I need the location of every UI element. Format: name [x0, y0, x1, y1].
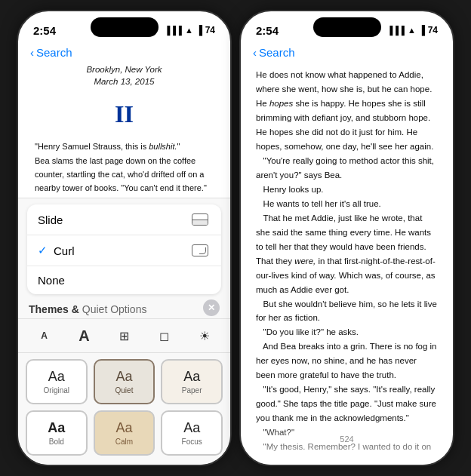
option-none[interactable]: None [27, 266, 221, 294]
curl-label: Curl [54, 244, 189, 257]
font-small-button[interactable]: A [31, 324, 58, 348]
themes-label: Themes & Quiet Options [29, 303, 146, 315]
dynamic-island [91, 17, 159, 37]
theme-grid: Aa Original Aa Quiet Aa Paper Aa Bold Aa [18, 353, 230, 465]
theme-paper[interactable]: Aa Paper [161, 359, 223, 404]
font-large-label: A [78, 327, 89, 345]
theme-paper-label: Paper [182, 386, 202, 395]
none-label: None [38, 274, 211, 287]
settings-icon: ⊞ [119, 329, 129, 343]
theme-focus-aa: Aa [183, 420, 200, 436]
left-phone: 2:54 ▐▐▐ ▲ ▐ 74 ‹ Search Brooklyn, New Y… [17, 10, 232, 466]
status-time-right: 2:54 [256, 24, 279, 37]
theme-bold[interactable]: Aa Bold [26, 410, 88, 456]
theme-bold-aa: Aa [48, 420, 65, 436]
wifi-icon-right: ▲ [408, 26, 416, 35]
battery-icon-right: ▐ 74 [419, 25, 438, 35]
check-icon: ✓ [38, 244, 48, 257]
bottom-panel: Slide ✓ Curl None Themes [18, 198, 230, 465]
theme-original[interactable]: Aa Original [26, 359, 88, 404]
theme-calm-aa: Aa [115, 420, 132, 436]
back-label-right: Search [259, 46, 295, 59]
chevron-left-icon: ‹ [30, 46, 34, 59]
status-icons-right: ▐▐▐ ▲ ▐ 74 [387, 25, 438, 35]
theme-focus-label: Focus [182, 438, 202, 446]
brightness-button[interactable]: ☀ [191, 324, 218, 348]
right-phone: 2:54 ▐▐▐ ▲ ▐ 74 ‹ Search He does not kno… [239, 10, 454, 466]
book-date: March 13, 2015 [35, 75, 214, 88]
back-button-left[interactable]: ‹ Search [30, 46, 72, 59]
theme-quiet[interactable]: Aa Quiet [94, 359, 155, 404]
theme-focus[interactable]: Aa Focus [161, 410, 223, 456]
back-button-right[interactable]: ‹ Search [253, 46, 295, 59]
theme-original-label: Original [44, 386, 69, 395]
theme-bold-label: Bold [49, 438, 64, 446]
theme-quiet-aa: Aa [115, 369, 132, 385]
chevron-left-icon-right: ‹ [253, 46, 257, 59]
page-button[interactable]: ◻ [151, 324, 178, 348]
chapter-number: II [35, 95, 214, 134]
slide-label: Slide [38, 213, 189, 226]
dynamic-island-right [313, 17, 381, 37]
theme-calm-label: Calm [115, 438, 133, 446]
slide-icon [189, 212, 211, 227]
option-slide[interactable]: Slide [27, 204, 221, 235]
wifi-icon-left: ▲ [185, 26, 193, 35]
reading-content: He does not know what happened to Addie,… [241, 63, 453, 452]
curl-icon [189, 243, 211, 258]
status-icons-left: ▐▐▐ ▲ ▐ 74 [165, 25, 215, 35]
theme-original-aa: Aa [48, 369, 65, 385]
back-label-left: Search [36, 46, 72, 59]
nav-bar-left: ‹ Search [18, 45, 230, 63]
phones-container: 2:54 ▐▐▐ ▲ ▐ 74 ‹ Search Brooklyn, New Y… [17, 10, 454, 466]
status-time-left: 2:54 [33, 24, 56, 37]
font-small-label: A [41, 330, 48, 341]
option-curl[interactable]: ✓ Curl [27, 235, 221, 266]
theme-calm[interactable]: Aa Calm [94, 410, 155, 456]
brightness-icon: ☀ [199, 329, 210, 343]
page-icon: ◻ [159, 329, 169, 343]
animation-options: Slide ✓ Curl None [27, 204, 221, 294]
font-large-button[interactable]: A [71, 324, 98, 348]
page-number: 524 [241, 431, 453, 450]
book-location: Brooklyn, New York March 13, 2015 [35, 63, 214, 88]
themes-header: Themes & Quiet Options ✕ [18, 297, 230, 318]
toolbar: A A ⊞ ◻ ☀ [18, 318, 230, 353]
battery-icon-left: ▐ 74 [196, 25, 215, 35]
close-button[interactable]: ✕ [203, 299, 220, 316]
theme-paper-aa: Aa [183, 369, 200, 385]
book-city: Brooklyn, New York [35, 63, 214, 75]
theme-quiet-label: Quiet [115, 386, 134, 395]
nav-bar-right: ‹ Search [241, 45, 453, 63]
signal-icon-left: ▐▐▐ [165, 26, 182, 35]
settings-button[interactable]: ⊞ [111, 324, 138, 348]
signal-icon-right: ▐▐▐ [387, 26, 405, 35]
